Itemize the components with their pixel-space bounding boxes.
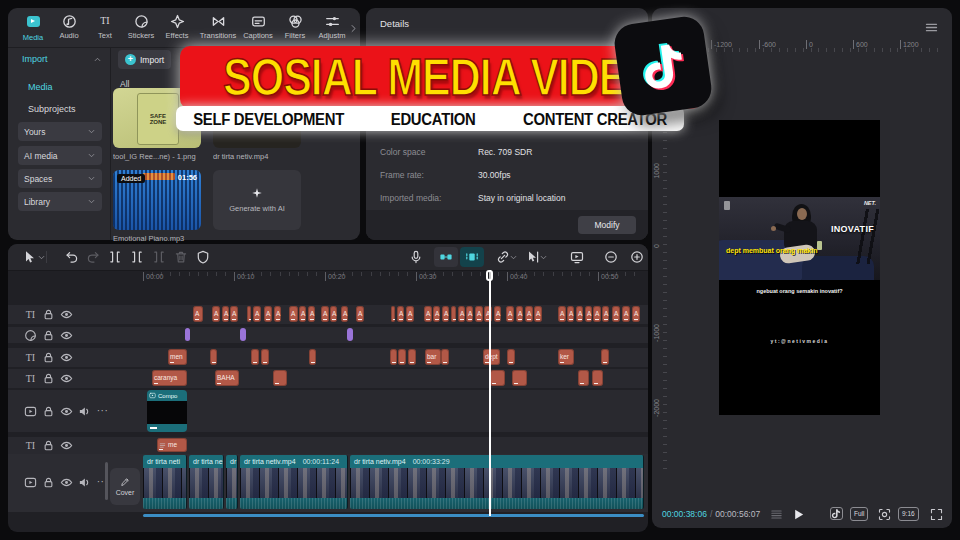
text-clip[interactable]: A <box>330 306 337 322</box>
timeline-zoom-in[interactable] <box>630 250 644 264</box>
speaker-icon[interactable] <box>78 405 91 418</box>
timeline-zoom-out[interactable] <box>604 250 618 264</box>
main-track-segment[interactable]: dr tirta netiv.mp400:00:11:24 <box>240 455 348 509</box>
text-clip[interactable]: A <box>484 306 492 322</box>
import-button[interactable]: + Import <box>118 50 171 69</box>
text-clip[interactable] <box>391 306 395 322</box>
text-clip[interactable]: A <box>516 306 523 322</box>
linking-toggle-chevron[interactable] <box>509 253 518 262</box>
linking-toggle[interactable] <box>496 250 510 264</box>
eye-icon[interactable] <box>60 308 73 321</box>
select-tool[interactable] <box>22 250 36 264</box>
focus-button[interactable] <box>878 508 891 521</box>
text-clip[interactable]: caranya <box>152 370 187 386</box>
text-clip[interactable] <box>408 349 416 365</box>
text-clip[interactable]: A <box>567 306 574 322</box>
lock-icon[interactable] <box>42 476 55 489</box>
text-clip[interactable] <box>398 349 406 365</box>
text-clip[interactable]: A <box>212 306 220 322</box>
text-clip[interactable]: A <box>525 306 533 322</box>
text-clip[interactable] <box>512 370 527 386</box>
modify-button[interactable]: Modify <box>578 216 636 234</box>
text-clip[interactable] <box>451 306 456 322</box>
text-clip[interactable]: A <box>458 306 465 322</box>
sidebar-item-subprojects[interactable]: Subprojects <box>28 102 102 116</box>
text-clip[interactable]: bar <box>425 349 441 365</box>
playhead[interactable] <box>489 270 491 516</box>
preview-split-toggle-chevron[interactable] <box>539 253 548 262</box>
text-clip[interactable]: men <box>168 349 187 365</box>
track-vertical-scrollbar[interactable] <box>105 462 108 500</box>
main-track-segment[interactable]: dr tirta neti <box>143 455 187 509</box>
sidebar-item-yours[interactable]: Yours <box>18 122 102 141</box>
sidebar-item-import[interactable]: Import <box>22 52 102 66</box>
text-clip[interactable]: A <box>406 306 414 322</box>
text-clip[interactable]: A <box>253 306 261 322</box>
export-tiktok-button[interactable] <box>830 507 843 520</box>
text-clip[interactable]: me <box>157 438 187 452</box>
speaker-icon[interactable] <box>78 476 91 489</box>
toolbar-tab-transitions[interactable]: Transitions <box>197 14 239 40</box>
timeline-ruler[interactable] <box>143 272 644 276</box>
lock-icon[interactable] <box>42 372 55 385</box>
text-clip[interactable]: A <box>506 306 514 322</box>
toolbar-tab-filters[interactable]: Filters <box>274 14 316 40</box>
text-clip[interactable]: BAHA <box>215 370 239 386</box>
text-clip[interactable]: A <box>193 306 203 322</box>
playhead-handle[interactable] <box>486 270 493 281</box>
select-tool-chevron[interactable] <box>37 253 46 262</box>
lock-icon[interactable] <box>42 405 55 418</box>
split-button[interactable] <box>108 250 122 264</box>
text-clip[interactable]: A <box>321 306 329 322</box>
text-clip[interactable]: A <box>466 306 473 322</box>
media-item-audio[interactable]: Added 01:56 Emotional Piano.mp3 <box>113 170 203 243</box>
eye-icon[interactable] <box>60 351 73 364</box>
toolbar-tab-adjustm[interactable]: Adjustm <box>311 14 353 40</box>
eye-icon[interactable] <box>60 372 73 385</box>
toolbar-tab-captions[interactable]: Captions <box>237 14 279 40</box>
lock-icon[interactable] <box>42 329 55 342</box>
sidebar-item-media[interactable]: Media <box>28 80 102 94</box>
main-track-segment[interactable]: dr tirta netiv.mp400:00:33:29 <box>350 455 644 509</box>
text-clip[interactable]: A <box>576 306 583 322</box>
eye-icon[interactable] <box>60 405 73 418</box>
text-clip[interactable]: A <box>264 306 272 322</box>
text-clip[interactable]: A <box>632 306 640 322</box>
copyright-check-button[interactable] <box>196 250 210 264</box>
text-clip[interactable] <box>490 370 505 386</box>
text-clip[interactable]: A <box>289 306 298 322</box>
sidebar-item-library[interactable]: Library <box>18 192 102 211</box>
text-clip[interactable]: A <box>299 306 306 322</box>
text-clip[interactable]: A <box>433 306 440 322</box>
text-clip[interactable] <box>601 349 609 365</box>
text-clip[interactable]: A <box>442 306 449 322</box>
text-clip[interactable]: A <box>602 306 609 322</box>
text-clip[interactable] <box>247 306 251 322</box>
redo-button[interactable] <box>86 250 100 264</box>
preview-window-button[interactable] <box>570 250 584 264</box>
text-clip[interactable]: A <box>622 306 630 322</box>
text-clip[interactable] <box>507 349 515 365</box>
player-menu-button[interactable] <box>925 21 938 34</box>
lock-icon[interactable] <box>42 308 55 321</box>
text-clip[interactable]: dept <box>483 349 500 365</box>
text-clip[interactable]: A <box>341 306 348 322</box>
text-clip[interactable] <box>210 349 217 365</box>
text-clip[interactable]: A <box>558 306 566 322</box>
timeline-horizontal-scrollbar[interactable] <box>143 514 644 517</box>
sticker-clip[interactable] <box>240 328 246 341</box>
delete-left-button[interactable] <box>130 250 144 264</box>
undo-button[interactable] <box>65 250 79 264</box>
text-clip[interactable]: A <box>534 306 542 322</box>
text-clip[interactable] <box>251 349 259 365</box>
text-clip[interactable]: A <box>593 306 601 322</box>
text-clip[interactable] <box>273 370 287 386</box>
ratio-button[interactable]: 9:16 <box>898 507 919 521</box>
text-clip[interactable]: A <box>356 306 364 322</box>
play-button[interactable] <box>792 508 805 521</box>
toolbar-tab-effects[interactable]: Effects <box>156 14 198 40</box>
text-clip[interactable] <box>578 370 589 386</box>
text-clip[interactable]: A <box>494 306 501 322</box>
text-clip[interactable] <box>592 370 603 386</box>
sticker-clip[interactable] <box>185 328 190 341</box>
